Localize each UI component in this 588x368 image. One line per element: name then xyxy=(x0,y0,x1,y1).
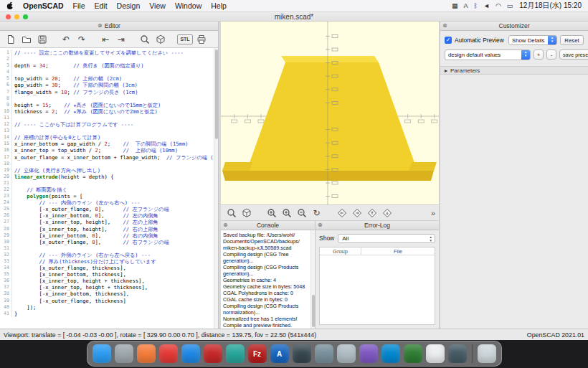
code-line[interactable]: 19// 立体化 (奥行き方向へ押し出し) xyxy=(0,167,214,174)
code-line[interactable]: 16x_inner_top = top_width / 2; // 上部の端 (… xyxy=(0,147,214,154)
dock-launchpad[interactable] xyxy=(115,344,133,363)
code-line[interactable]: 10thickness = 2; // ★厚み (図面にないので2mmと仮定) xyxy=(0,108,214,115)
code-line[interactable]: 39 [-x_outer_flange, thickness] xyxy=(0,298,214,304)
menu-design[interactable]: Design xyxy=(117,1,141,10)
column-header-group[interactable]: Group xyxy=(320,247,361,255)
dock-app-a[interactable]: A xyxy=(270,344,289,363)
code-line[interactable]: 9height = 15; // ★高さ (図面にないので15mmと仮定) xyxy=(0,102,214,108)
code-line[interactable]: 13 xyxy=(0,128,214,134)
unindent-button[interactable]: ⇤ xyxy=(98,32,113,47)
menu-help[interactable]: Help xyxy=(211,1,227,10)
dock-app-dark[interactable] xyxy=(293,344,311,363)
render-button[interactable] xyxy=(153,32,168,47)
menu-edit[interactable]: Edit xyxy=(95,1,108,10)
code-line[interactable]: 7flange_width = 10; // フランジの長さ (1cm) xyxy=(0,89,214,95)
code-line[interactable]: 34 [x_outer_flange, thickness], xyxy=(0,265,214,271)
save-button[interactable] xyxy=(35,32,49,47)
dock-app-blue2[interactable] xyxy=(381,344,400,363)
3d-viewport[interactable] xyxy=(221,22,439,204)
preview-button[interactable] xyxy=(138,32,152,47)
bluetooth-icon[interactable]: ᛒ xyxy=(474,2,478,9)
code-line[interactable]: 21 xyxy=(0,180,214,187)
code-line[interactable]: 11 xyxy=(0,115,214,121)
redo-button[interactable]: ↷ xyxy=(75,32,89,47)
undock-icon[interactable]: ⊗ xyxy=(318,222,323,228)
battery-icon[interactable]: ▭ xyxy=(507,2,513,9)
dock-app-crimson[interactable] xyxy=(204,344,222,363)
code-line[interactable]: 4 xyxy=(0,69,214,75)
code-line[interactable]: 29 [x_inner_bottom, 0], // 右の内側角 xyxy=(0,232,214,239)
column-header-file[interactable]: File xyxy=(361,247,435,255)
code-line[interactable]: 25 [-x_outer_flange, 0], // 左フランジの端 xyxy=(0,206,214,212)
apple-menu[interactable] xyxy=(6,1,14,10)
code-line[interactable]: 30 [x_outer_flange, 0], // 右フランジの端 xyxy=(0,239,214,245)
vp-view-right-button[interactable] xyxy=(350,206,364,220)
volume-icon[interactable]: ◄ xyxy=(483,2,490,9)
editor-panel-header[interactable]: ⊗ Editor xyxy=(0,22,218,31)
code-line[interactable]: 8 xyxy=(0,95,214,102)
wifi-icon[interactable]: ◠ xyxy=(495,2,501,9)
parameters-section-header[interactable]: ▸ Parameters xyxy=(440,66,588,75)
menu-view[interactable]: View xyxy=(149,1,166,10)
code-line[interactable]: 12// ---- ここから下は計算プログラムです ---- xyxy=(0,121,214,128)
code-line[interactable]: 38 [-x_inner_bottom, thickness], xyxy=(0,291,214,297)
remove-preset-button[interactable]: - xyxy=(546,49,556,60)
console-panel-header[interactable]: ⊗ Console xyxy=(221,221,315,230)
dock-app-white[interactable] xyxy=(426,344,445,363)
console-output[interactable]: Saved backup file: /Users/wohl/Documents… xyxy=(221,230,310,329)
vp-render-button[interactable] xyxy=(240,206,253,220)
ime-icon[interactable]: A xyxy=(464,2,468,9)
new-file-button[interactable] xyxy=(4,32,18,47)
open-button[interactable] xyxy=(19,32,34,47)
code-line[interactable]: 28 [x_inner_top, height], // 右の上部角 xyxy=(0,226,214,232)
vp-view-bottom-button[interactable] xyxy=(380,206,394,220)
undock-icon[interactable]: ⊗ xyxy=(223,222,228,228)
details-select[interactable]: Show Details ▲▼ xyxy=(508,35,557,45)
editor-scrollbar[interactable] xyxy=(214,48,218,329)
code-line[interactable]: 23 polygon(points = [ xyxy=(0,193,214,199)
dock-app-purple[interactable] xyxy=(359,344,378,363)
code-line[interactable]: 40 ]); xyxy=(0,304,214,311)
code-line[interactable]: 17x_outer_flange = x_inner_bottom + flan… xyxy=(0,154,214,161)
indent-button[interactable]: ⇥ xyxy=(114,32,128,47)
code-line[interactable]: 33 // 厚み(thickness)分だけ上にずらしています xyxy=(0,258,214,265)
code-line[interactable]: 27 [-x_inner_top, height], // 左の上部角 xyxy=(0,219,214,225)
vp-zoom-in-button[interactable] xyxy=(280,206,293,220)
customizer-panel-header[interactable]: ⊗ Customizer xyxy=(440,22,588,31)
undo-button[interactable]: ↶ xyxy=(59,32,73,47)
code-editor[interactable]: 1// ---- 設定:ここの数値を変更してサイズを調整してください ----2… xyxy=(0,48,214,329)
dock-app-blue[interactable] xyxy=(181,344,200,363)
editor-scrollbar-thumb[interactable] xyxy=(215,49,218,139)
code-line[interactable]: 5top_width = 20; // 上部の幅 (2cm) xyxy=(0,75,214,82)
code-line[interactable]: 22 // 断面図を描く xyxy=(0,187,214,193)
vp-zoom-out-button[interactable] xyxy=(295,206,308,220)
code-line[interactable]: 41} xyxy=(0,311,214,317)
menu-window[interactable]: Window xyxy=(175,1,201,10)
code-line[interactable]: 6gap_width = 30; // 下部の脚間の幅 (3cm) xyxy=(0,82,214,88)
dock-app-gray[interactable] xyxy=(337,344,356,363)
print-button[interactable] xyxy=(194,32,209,47)
vp-view-top-button[interactable] xyxy=(365,206,379,220)
dock-app-slate[interactable] xyxy=(448,344,467,363)
automatic-preview-checkbox[interactable]: ✓ xyxy=(445,37,452,44)
dock-app-green[interactable] xyxy=(404,344,422,363)
code-line[interactable]: 3depth = 34; // 奥行き (図面の指定通り) xyxy=(0,62,214,69)
menu-openscad[interactable]: OpenSCAD xyxy=(23,1,64,10)
vp-more-button[interactable]: » xyxy=(431,209,435,217)
save-preset-button[interactable]: save preset xyxy=(559,49,588,60)
reset-button[interactable]: Reset xyxy=(560,35,584,45)
preset-select[interactable]: design default values ▲▼ xyxy=(445,49,531,60)
vp-reset-view-button[interactable]: ↻ xyxy=(310,206,323,220)
error-log-panel-header[interactable]: ⊗ Error-Log xyxy=(316,221,439,230)
code-line[interactable]: 37 [-x_inner_top, height + thickness], xyxy=(0,284,214,291)
code-line[interactable]: 15x_inner_bottom = gap_width / 2; // 下の脚… xyxy=(0,141,214,147)
dock-filezilla[interactable]: Fz xyxy=(248,344,267,363)
code-line[interactable]: 1// ---- 設定:ここの数値を変更してサイズを調整してください ---- xyxy=(0,49,214,56)
undock-icon[interactable]: ⊗ xyxy=(98,23,103,29)
undock-icon[interactable]: ⊗ xyxy=(442,23,447,29)
console-scrollbar-thumb[interactable] xyxy=(312,295,315,327)
window-titlebar[interactable]: miken.scad* xyxy=(0,12,588,22)
error-log-filter-select[interactable]: All ▲▼ xyxy=(338,234,435,243)
code-line[interactable]: 24 // --- 内側のライン (左から右へ) --- xyxy=(0,199,214,206)
dock-camera[interactable] xyxy=(315,344,333,363)
